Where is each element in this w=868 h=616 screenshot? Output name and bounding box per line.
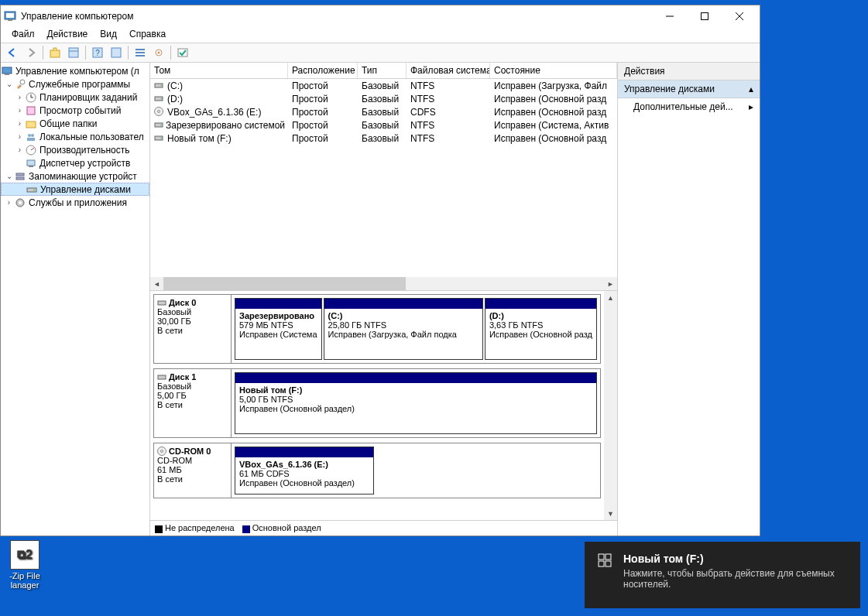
- disk-row: CD-ROM 0CD-ROM61 МБВ сетиVBox_GAs_6.1.36…: [153, 443, 601, 498]
- toolbar: ?: [1, 43, 760, 63]
- window-controls: [652, 5, 756, 27]
- disk-info[interactable]: Диск 0Базовый30,00 ГБВ сети: [154, 295, 232, 363]
- storage-icon: [14, 170, 26, 183]
- expand-icon[interactable]: ›: [15, 145, 25, 154]
- scroll-down-icon[interactable]: ▼: [604, 507, 617, 520]
- main-area: Управление компьютером (л ⌄ Служебные пр…: [1, 63, 760, 536]
- expand-icon[interactable]: ›: [15, 106, 25, 115]
- desktop-icon-7zip[interactable]: ⧉2 -Zip File lanager: [0, 540, 50, 590]
- volume-hscroll[interactable]: ◄ ►: [150, 277, 617, 290]
- actions-section[interactable]: Управление дисками ▴: [618, 80, 760, 98]
- disk-info[interactable]: CD-ROM 0CD-ROM61 МБВ сети: [154, 443, 232, 498]
- disk-vscroll[interactable]: ▲ ▼: [604, 291, 617, 520]
- col-layout[interactable]: Расположение: [288, 63, 358, 78]
- svg-rect-50: [158, 301, 166, 305]
- partition-bar: [235, 373, 596, 383]
- col-volume[interactable]: Том: [150, 63, 288, 78]
- properties-button[interactable]: [65, 44, 82, 61]
- svg-rect-32: [27, 160, 35, 166]
- menu-action[interactable]: Действие: [41, 27, 94, 43]
- check-button[interactable]: [174, 44, 191, 61]
- tree-root[interactable]: Управление компьютером (л: [1, 64, 149, 77]
- tree-shared-folders[interactable]: › Общие папки: [1, 117, 149, 130]
- svg-point-28: [31, 134, 34, 137]
- tree-disk-management[interactable]: Управление дисками: [1, 183, 149, 196]
- users-icon: [25, 131, 37, 143]
- partition[interactable]: (D:)3,63 ГБ NTFSИсправен (Основной разд: [485, 298, 597, 360]
- partition[interactable]: Новый том (F:)5,00 ГБ NTFSИсправен (Осно…: [235, 372, 597, 434]
- tree-local-users[interactable]: › Локальные пользовател: [1, 130, 149, 143]
- col-type[interactable]: Тип: [358, 63, 407, 78]
- partition-bar: [235, 299, 321, 309]
- list-button[interactable]: [132, 44, 149, 61]
- tree-storage[interactable]: ⌄ Запоминающие устройст: [1, 169, 149, 183]
- partition-bar: [324, 299, 482, 309]
- volume-row[interactable]: Новый том (F:)ПростойБазовыйNTFSИсправен…: [150, 132, 617, 145]
- svg-rect-2: [8, 19, 12, 21]
- forward-button[interactable]: [22, 44, 39, 61]
- drive-icon: [154, 80, 165, 91]
- disk-mgmt-icon: [26, 183, 38, 196]
- drive-icon: [154, 94, 165, 104]
- legend-unalloc-swatch: [155, 525, 163, 533]
- autoplay-toast[interactable]: Новый том (F:) Нажмите, чтобы выбрать де…: [585, 542, 860, 608]
- volume-row[interactable]: (C:)ПростойБазовыйNTFSИсправен (Загрузка…: [150, 79, 617, 92]
- svg-point-49: [160, 137, 162, 139]
- volume-row[interactable]: (D:)ПростойБазовыйNTFSИсправен (Основной…: [150, 92, 617, 105]
- volume-row[interactable]: Зарезервировано системойПростойБазовыйNT…: [150, 118, 617, 132]
- event-icon: [25, 104, 37, 117]
- close-button[interactable]: [722, 5, 756, 27]
- drive-icon: [154, 133, 165, 144]
- expand-icon[interactable]: ›: [15, 132, 25, 141]
- scroll-up-icon[interactable]: ▲: [604, 291, 617, 304]
- up-button[interactable]: [46, 44, 63, 61]
- menu-help[interactable]: Справка: [123, 27, 172, 43]
- expand-icon[interactable]: ›: [4, 198, 14, 207]
- svg-point-17: [158, 52, 160, 54]
- partition-bar: [235, 447, 373, 457]
- partition[interactable]: (C:)25,80 ГБ NTFSИсправен (Загрузка, Фай…: [324, 298, 483, 360]
- maximize-button[interactable]: [687, 5, 722, 27]
- tree-device-manager[interactable]: Диспетчер устройств: [1, 156, 149, 169]
- settings-button[interactable]: [150, 44, 167, 61]
- svg-rect-34: [16, 173, 24, 176]
- back-button[interactable]: [4, 44, 21, 61]
- disk-info[interactable]: Диск 1Базовый5,00 ГБВ сети: [154, 369, 232, 437]
- scroll-thumb[interactable]: [163, 277, 406, 290]
- tree-sys-tools[interactable]: ⌄ Служебные программы: [1, 77, 149, 91]
- svg-rect-13: [136, 49, 145, 50]
- disk-graphical-pane: Диск 0Базовый30,00 ГБВ сетиЗарезервирова…: [150, 291, 617, 520]
- chevron-right-icon: ▸: [749, 101, 753, 112]
- expand-icon[interactable]: ›: [15, 119, 25, 128]
- partition[interactable]: VBox_GAs_6.1.36 (E:)61 МБ CDFSИсправен (…: [235, 447, 374, 495]
- menu-view[interactable]: Вид: [94, 27, 123, 43]
- refresh-button[interactable]: [108, 44, 125, 61]
- tree-services[interactable]: › Службы и приложения: [1, 196, 149, 209]
- help-button[interactable]: ?: [89, 44, 106, 61]
- tree-event-viewer[interactable]: › Просмотр событий: [1, 104, 149, 117]
- expand-icon[interactable]: ›: [15, 93, 25, 101]
- tree-performance[interactable]: › Производительность: [1, 143, 149, 156]
- collapse-icon[interactable]: ⌄: [4, 172, 14, 180]
- tree-pane[interactable]: Управление компьютером (л ⌄ Служебные пр…: [1, 63, 150, 536]
- disk-row: Диск 1Базовый5,00 ГБВ сетиНовый том (F:)…: [153, 368, 601, 438]
- actions-more[interactable]: Дополнительные дей... ▸: [618, 98, 760, 115]
- svg-rect-25: [27, 107, 35, 115]
- partition[interactable]: Зарезервировано579 МБ NTFSИсправен (Сист…: [235, 298, 322, 360]
- disk-row: Диск 0Базовый30,00 ГБВ сетиЗарезервирова…: [153, 294, 601, 364]
- actions-pane: Действия Управление дисками ▴ Дополнител…: [617, 63, 760, 536]
- scroll-right-icon[interactable]: ►: [604, 277, 617, 290]
- window-title: Управление компьютером: [21, 11, 652, 22]
- tree-task-scheduler[interactable]: › Планировщик заданий: [1, 91, 149, 104]
- col-status[interactable]: Состояние: [490, 63, 617, 78]
- scroll-left-icon[interactable]: ◄: [150, 277, 163, 290]
- svg-rect-54: [599, 554, 604, 560]
- svg-rect-56: [599, 561, 604, 566]
- col-fs[interactable]: Файловая система: [407, 63, 490, 78]
- collapse-icon[interactable]: ⌄: [4, 80, 14, 88]
- disk-icon: [157, 298, 166, 307]
- menu-file[interactable]: Файл: [5, 27, 41, 43]
- volume-row[interactable]: VBox_GAs_6.1.36 (E:)ПростойБазовыйCDFSИс…: [150, 105, 617, 118]
- svg-rect-26: [26, 121, 36, 128]
- minimize-button[interactable]: [652, 5, 687, 27]
